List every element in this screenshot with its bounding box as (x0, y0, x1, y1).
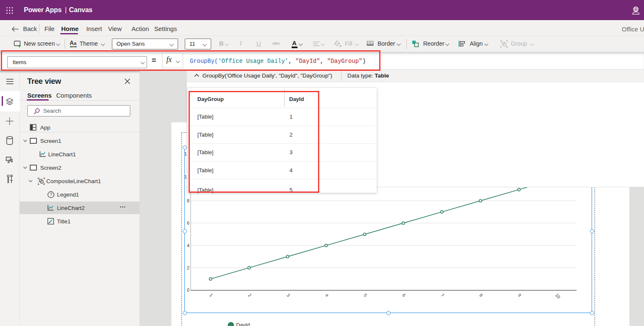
svg-text:?: ? (50, 192, 52, 197)
